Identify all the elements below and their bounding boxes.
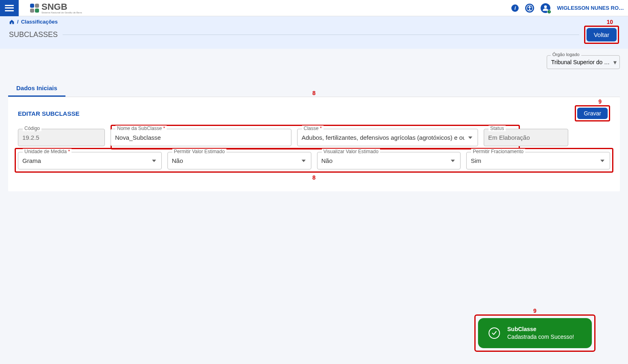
codigo-label: Código <box>23 126 41 131</box>
annotation-10: 10 <box>606 19 613 25</box>
logo-area[interactable]: SNGB Sistema Nacional de Gestão de Bens <box>30 2 82 14</box>
toast-text: SubClasse Cadastrada com Sucesso! <box>507 325 574 341</box>
title-divider <box>63 35 579 35</box>
annotation-9-gravar: 9 <box>598 98 602 105</box>
field-codigo: Código <box>18 129 105 146</box>
unidade-label: Unidade de Medida * <box>23 149 72 154</box>
sub-header: / Classificações SUBCLASSES 10 Voltar <box>0 16 628 49</box>
unidade-select[interactable] <box>18 152 162 169</box>
field-permitir-valor: Permitir Valor Estimado <box>167 152 311 169</box>
tab-dados-iniciais[interactable]: Dados Iniciais <box>8 80 65 97</box>
hamburger-icon <box>5 5 14 11</box>
breadcrumb-sep: / <box>17 19 19 25</box>
field-status: Status <box>484 129 568 146</box>
logo-icon <box>30 4 39 13</box>
svg-point-2 <box>544 5 547 8</box>
toast-title: SubClasse <box>507 325 574 333</box>
user-icon[interactable] <box>541 3 550 13</box>
annotation-9-toast: 9 <box>533 308 537 314</box>
logo-main: SNGB <box>41 2 82 11</box>
accessibility-icon[interactable] <box>525 4 534 13</box>
top-header: SNGB Sistema Nacional de Gestão de Bens … <box>0 0 628 16</box>
field-classe: Classe * <box>297 129 478 146</box>
nome-label: Nome da SubClasse * <box>115 126 167 131</box>
form-row-2: Unidade de Medida * Permitir Valor Estim… <box>18 152 610 169</box>
form-header: EDITAR SUBCLASSE 9 Gravar <box>18 105 610 121</box>
annotation-8-top: 8 <box>313 90 316 96</box>
logo-sub: Sistema Nacional de Gestão de Bens <box>41 11 82 14</box>
permitir-valor-select[interactable] <box>167 152 311 169</box>
nome-input[interactable] <box>111 129 291 146</box>
breadcrumb-current[interactable]: Classificações <box>21 19 58 25</box>
form-card: 8 EDITAR SUBCLASSE 9 Gravar Código Nome … <box>8 97 620 191</box>
menu-button[interactable] <box>0 0 19 16</box>
orgao-row: Órgão logado Tribunal Superior do Tra… <box>0 49 628 72</box>
form-row-1: Código Nome da SubClasse * Classe * Stat… <box>18 129 610 146</box>
codigo-input <box>18 129 105 146</box>
title-row: SUBCLASSES 10 Voltar <box>9 26 619 44</box>
visualizar-valor-label: Visualizar Valor Estimado <box>322 149 380 154</box>
toast-highlight-annotation: 9 SubClasse Cadastrada com Sucesso! <box>474 314 595 352</box>
gravar-highlight-annotation: 9 Gravar <box>575 105 610 121</box>
field-nome: Nome da SubClasse * <box>111 129 291 146</box>
gravar-button[interactable]: Gravar <box>577 108 608 119</box>
svg-point-1 <box>529 6 530 7</box>
user-name-label[interactable]: WIGLESSON NUNES RO… <box>557 5 624 11</box>
permitir-frac-label: Permitir Fracionamento <box>471 149 525 154</box>
check-circle-icon <box>489 327 500 339</box>
classe-select[interactable] <box>297 129 478 146</box>
voltar-highlight-annotation: 10 Voltar <box>584 26 619 44</box>
user-verified-badge-icon <box>547 10 551 14</box>
page-title: SUBCLASSES <box>9 30 58 39</box>
field-visualizar-valor: Visualizar Valor Estimado <box>317 152 461 169</box>
visualizar-valor-select[interactable] <box>317 152 461 169</box>
orgao-label: Órgão logado <box>551 52 581 57</box>
field-unidade: Unidade de Medida * <box>18 152 162 169</box>
toast-message: Cadastrada com Sucesso! <box>507 333 574 341</box>
classe-label: Classe * <box>302 126 324 131</box>
field-permitir-frac: Permitir Fracionamento <box>466 152 610 169</box>
voltar-button[interactable]: Voltar <box>587 28 617 41</box>
header-right: i WIGLESSON NUNES RO… <box>511 3 628 13</box>
breadcrumb: / Classificações <box>9 19 619 25</box>
status-input <box>484 129 568 146</box>
home-icon[interactable] <box>9 19 15 25</box>
status-label: Status <box>489 126 506 131</box>
annotation-8-bottom: 8 <box>18 174 610 181</box>
info-icon[interactable]: i <box>511 4 519 12</box>
permitir-valor-label: Permitir Valor Estimado <box>172 149 226 154</box>
permitir-frac-select[interactable] <box>466 152 610 169</box>
form-title: EDITAR SUBCLASSE <box>18 110 79 117</box>
orgao-select[interactable]: Tribunal Superior do Tra… <box>547 55 620 69</box>
logo-text: SNGB Sistema Nacional de Gestão de Bens <box>41 2 82 14</box>
success-toast[interactable]: SubClasse Cadastrada com Sucesso! <box>478 318 592 348</box>
orgao-field: Órgão logado Tribunal Superior do Tra… <box>547 55 620 69</box>
